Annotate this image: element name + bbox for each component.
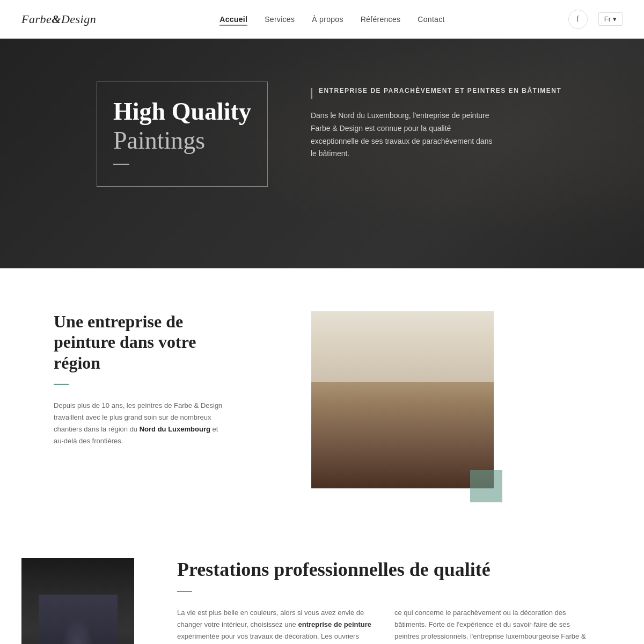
hero-section: High Quality Paintings ENTREPRISE DE PAR…: [0, 39, 644, 268]
brand-logo[interactable]: Farbe&Design: [21, 12, 96, 26]
services-section: Prestations professionnelles de qualité …: [0, 526, 644, 644]
hero-divider: [113, 164, 129, 165]
hero-subtitle-bar: ENTREPRISE DE PARACHÈVEMENT ET PEINTRES …: [311, 87, 623, 99]
services-divider: [177, 591, 192, 592]
hero-box: High Quality Paintings: [97, 82, 268, 187]
nav-link-apropos[interactable]: À propos: [312, 15, 343, 24]
about-description: Depuis plus de 10 ans, les peintres de F…: [54, 400, 225, 447]
nav-link-contact[interactable]: Contact: [418, 15, 444, 24]
services-title: Prestations professionnelles de qualité: [177, 558, 590, 581]
nav-link-references[interactable]: Références: [361, 15, 401, 24]
language-selector[interactable]: Fr ▾: [598, 12, 623, 26]
hero-content: High Quality Paintings ENTREPRISE DE PAR…: [0, 39, 644, 208]
services-col-2: ce qui concerne le parachèvement ou la d…: [394, 607, 590, 644]
hero-title-line2: Paintings: [113, 126, 251, 155]
about-image-simulation: [311, 311, 494, 488]
chevron-down-icon: ▾: [613, 15, 617, 23]
services-text-columns: La vie est plus belle en couleurs, alors…: [177, 607, 590, 644]
hero-subtitle: ENTREPRISE DE PARACHÈVEMENT ET PEINTRES …: [319, 87, 561, 94]
about-image-container: [311, 311, 494, 494]
brand-name: Farbe&Design: [21, 12, 96, 26]
services-image: [21, 558, 134, 644]
about-left: Une entreprise de peinture dans votre ré…: [54, 311, 225, 448]
services-col1-text2: expérimentée pour vos travaux de décorat…: [177, 632, 360, 644]
hero-right: ENTREPRISE DE PARACHÈVEMENT ET PEINTRES …: [311, 82, 623, 160]
about-divider: [54, 384, 69, 385]
facebook-icon[interactable]: f: [568, 10, 588, 29]
about-section: Une entreprise de peinture dans votre ré…: [0, 268, 644, 526]
about-title: Une entreprise de peinture dans votre ré…: [54, 311, 225, 373]
about-image: [311, 311, 494, 488]
nav-right: f Fr ▾: [568, 10, 623, 29]
services-right: Prestations professionnelles de qualité …: [177, 558, 590, 644]
hero-left: High Quality Paintings: [97, 82, 268, 187]
services-image-container: [21, 558, 134, 644]
navbar: Farbe&Design Accueil Services À propos R…: [0, 0, 644, 39]
hero-subtitle-bar-line: [311, 88, 312, 99]
hero-description: Dans le Nord du Luxembourg, l'entreprise…: [311, 109, 493, 160]
about-desc-bold: Nord du Luxembourg: [140, 425, 210, 433]
hero-title-line1: High Quality: [113, 98, 251, 126]
nav-link-accueil[interactable]: Accueil: [219, 15, 247, 26]
about-image-accent: [470, 470, 502, 502]
about-right: [268, 311, 623, 494]
nav-link-services[interactable]: Services: [265, 15, 295, 24]
nav-links: Accueil Services À propos Références Con…: [219, 14, 444, 24]
services-col1-bold: entreprise de peinture: [298, 620, 371, 628]
services-col-1: La vie est plus belle en couleurs, alors…: [177, 607, 373, 644]
